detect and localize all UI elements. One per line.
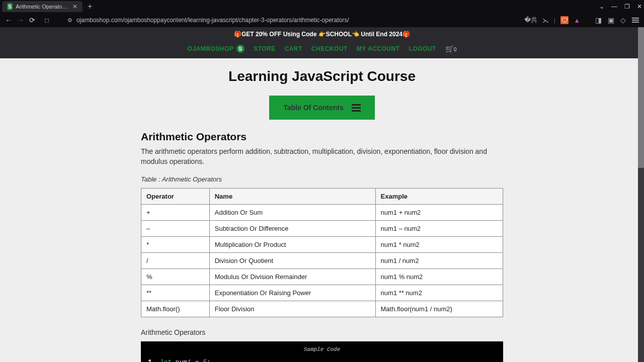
table-cell: num1 * num2 xyxy=(375,237,503,253)
nav-link-ojamboshop[interactable]: OJAMBOSHOP S xyxy=(188,45,245,53)
tab-favicon: S xyxy=(7,3,13,10)
nav-link-logout[interactable]: LOGOUT xyxy=(409,45,436,52)
table-cell: / xyxy=(141,253,210,269)
table-cell: num1 ** num2 xyxy=(375,285,503,301)
table-cell: + xyxy=(141,205,210,221)
logo-s-icon: S xyxy=(236,45,245,53)
operators-table: Operator Name Example +Addition Or Sumnu… xyxy=(141,188,503,317)
table-cell: % xyxy=(141,269,210,285)
table-caption: Table : Arithmetic Operators xyxy=(141,175,503,183)
forward-button[interactable]: → xyxy=(17,16,24,24)
scrollbar-track[interactable] xyxy=(638,27,644,362)
brave-shield-icon[interactable]: 🛡 xyxy=(560,16,569,24)
table-cell: Math.floor(num1 / num2) xyxy=(375,301,503,317)
toolbar-right-icons: �共 ⋋ | 🛡 ▲ xyxy=(524,16,580,25)
menu-hamburger-icon[interactable] xyxy=(632,18,639,23)
table-cell: – xyxy=(141,221,210,237)
cart-count: 0 xyxy=(454,47,457,52)
url-text: ojamboshop.com/ojamboshoppaycontent/lear… xyxy=(76,17,515,24)
table-row: **Exponentiation Or Raising Powernum1 **… xyxy=(141,285,503,301)
scrollbar-thumb[interactable] xyxy=(638,27,644,168)
menu-icon xyxy=(352,104,361,112)
back-button[interactable]: ← xyxy=(5,16,12,24)
code-block-label: Arithmetic Operators xyxy=(141,328,503,336)
table-cell: Modulus Or Division Remainder xyxy=(209,269,375,285)
promo-banner: 🎁GET 20% OFF Using Code 👉SCHOOL👈 Until E… xyxy=(0,27,644,41)
content-area: Learning JavaScript Course Table Of Cont… xyxy=(0,58,644,362)
browser-tab-bar: S Arithmetic Operators - Oja ✕ + ⌄ — ❐ ✕ xyxy=(0,0,644,13)
browser-tab[interactable]: S Arithmetic Operators - Oja ✕ xyxy=(2,1,83,12)
code-title: Sample Code xyxy=(148,346,496,352)
reload-button[interactable]: ⟳ xyxy=(29,16,35,24)
nav-link-store[interactable]: STORE xyxy=(254,45,276,52)
window-controls: ⌄ — ❐ ✕ xyxy=(599,3,642,10)
toolbar-far-right: ◨ ▣ ◇ xyxy=(595,16,639,24)
wallet-icon[interactable]: ▣ xyxy=(608,16,614,24)
table-cell: Math.floor() xyxy=(141,301,210,317)
table-cell: Exponentiation Or Raising Power xyxy=(209,285,375,301)
table-cell: Subtraction Or Difference xyxy=(209,221,375,237)
maximize-button[interactable]: ❐ xyxy=(624,3,630,10)
table-of-contents-button[interactable]: Table Of Contents xyxy=(269,96,375,120)
table-header: Name xyxy=(209,189,375,205)
mode-icon[interactable]: ◇ xyxy=(620,16,626,24)
tabs-dropdown-icon[interactable]: ⌄ xyxy=(599,3,604,10)
minimize-button[interactable]: — xyxy=(611,3,617,10)
section-title: Arithmetic Operators xyxy=(141,131,503,143)
table-header: Example xyxy=(375,189,503,205)
tab-title: Arithmetic Operators - Oja xyxy=(16,4,67,10)
table-row: *Multiplication Or Productnum1 * num2 xyxy=(141,237,503,253)
table-header: Operator xyxy=(141,189,210,205)
nav-link-checkout[interactable]: CHECKOUT xyxy=(311,45,348,52)
cart-icon: 🛒 xyxy=(445,45,454,53)
table-cell: num1 / num2 xyxy=(375,253,503,269)
nav-cart-button[interactable]: 🛒0 xyxy=(445,44,457,53)
table-row: –Subtraction Or Differencenum1 – num2 xyxy=(141,221,503,237)
table-row: Math.floor()Floor DivisionMath.floor(num… xyxy=(141,301,503,317)
nav-link-myaccount[interactable]: MY ACCOUNT xyxy=(357,45,400,52)
table-cell: Addition Or Sum xyxy=(209,205,375,221)
nav-link-cart[interactable]: CART xyxy=(285,45,302,52)
toc-label: Table Of Contents xyxy=(283,104,344,112)
new-tab-button[interactable]: + xyxy=(88,2,92,11)
table-cell: Division Or Quotient xyxy=(209,253,375,269)
table-cell: Floor Division xyxy=(209,301,375,317)
site-nav: OJAMBOSHOP S STORE CART CHECKOUT MY ACCO… xyxy=(0,41,644,58)
section-description: The arithmetic operators perform additio… xyxy=(141,147,503,166)
table-cell: num1 % num2 xyxy=(375,269,503,285)
divider: | xyxy=(554,17,555,24)
brave-rewards-icon[interactable]: ▲ xyxy=(574,17,580,24)
table-header-row: Operator Name Example xyxy=(141,189,503,205)
rss-icon[interactable]: ⋋ xyxy=(542,17,549,24)
site-settings-icon[interactable]: ⚙ xyxy=(67,17,72,24)
code-block: Sample Code 1. let num1 = 5;2. let num2 … xyxy=(141,341,503,362)
nav-link-label: OJAMBOSHOP xyxy=(188,45,233,52)
code-line: 1. let num1 = 5; xyxy=(148,358,496,362)
table-row: %Modulus Or Division Remaindernum1 % num… xyxy=(141,269,503,285)
page-viewport: 🎁GET 20% OFF Using Code 👉SCHOOL👈 Until E… xyxy=(0,27,644,362)
table-cell: num1 + num2 xyxy=(375,205,503,221)
share-icon[interactable]: �共 xyxy=(524,16,537,25)
table-cell: Multiplication Or Product xyxy=(209,237,375,253)
table-cell: num1 – num2 xyxy=(375,221,503,237)
tab-close-icon[interactable]: ✕ xyxy=(72,3,77,10)
table-cell: ** xyxy=(141,285,210,301)
browser-toolbar: ← → ⟳ ◻ ⚙ ojamboshop.com/ojamboshoppayco… xyxy=(0,13,644,27)
bookmark-icon[interactable]: ◻ xyxy=(44,17,49,24)
close-window-button[interactable]: ✕ xyxy=(637,3,642,10)
course-title: Learning JavaScript Course xyxy=(141,68,503,84)
table-cell: * xyxy=(141,237,210,253)
table-row: /Division Or Quotientnum1 / num2 xyxy=(141,253,503,269)
sidebar-icon[interactable]: ◨ xyxy=(595,16,602,24)
address-bar[interactable]: ◻ ⚙ ojamboshop.com/ojamboshoppaycontent/… xyxy=(40,17,519,24)
table-row: +Addition Or Sumnum1 + num2 xyxy=(141,205,503,221)
